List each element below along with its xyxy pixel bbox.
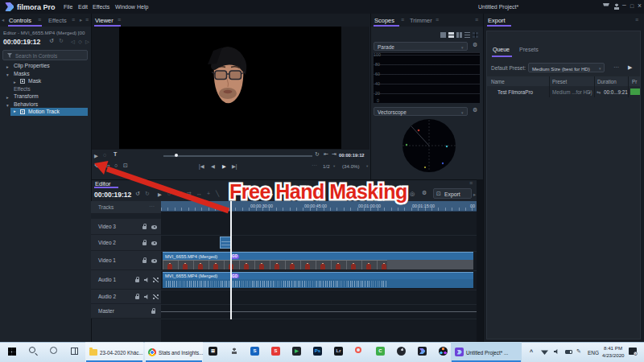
mute-speaker-icon[interactable] [144, 278, 150, 282]
scopes-tab-menu-icon[interactable]: ≡ [401, 17, 404, 23]
mark-out-icon[interactable]: ⇥ [332, 151, 336, 158]
parade-dropdown[interactable]: Parade ▾ [374, 42, 468, 51]
audio1-clip-bar[interactable]: MVI_6655.MP4 (Merged) GO [163, 272, 473, 279]
redo-icon[interactable]: ↻ [59, 38, 64, 44]
tracks-menu-icon[interactable]: ⋯ [149, 204, 155, 210]
tab-effects[interactable]: Effects [48, 17, 67, 24]
queue-row-name[interactable]: Test FilmoraPro [497, 89, 533, 95]
mask-toggle-icon[interactable] [20, 79, 25, 84]
ms-store-icon[interactable]: ⊞ [208, 347, 217, 356]
visibility-eye-icon[interactable] [151, 225, 157, 229]
language-indicator[interactable]: ENG [588, 350, 599, 356]
master-level-line[interactable] [161, 311, 477, 312]
default-preset-dropdown[interactable]: Medium Size (best for HD) ▾ [528, 63, 605, 72]
tree-arrow-icon[interactable]: ▸ [6, 64, 9, 69]
close-button[interactable]: × [638, 2, 642, 10]
viewer-more-icon[interactable]: ⋯ [312, 162, 317, 169]
controls-timecode[interactable]: 00:00:19:12 [3, 38, 40, 46]
col-header-duration[interactable]: Duration [597, 79, 617, 84]
controls-tab-menu-icon[interactable]: ≡ [38, 17, 41, 23]
col-header-name[interactable]: Name [491, 79, 505, 84]
slide-tool-icon[interactable]: ↔ [196, 191, 202, 196]
tree-item-effects[interactable]: Effects [14, 86, 31, 92]
clock-time[interactable]: 8:41 PM [604, 345, 622, 351]
timeline-settings-icon[interactable]: ⚙ [422, 190, 427, 196]
keyframe-prev-icon[interactable]: ◁ [71, 39, 75, 44]
menu-file[interactable]: File [64, 4, 72, 10]
col-header-progress[interactable]: Pr [632, 79, 637, 84]
onion-skin-icon[interactable]: ◌ [103, 152, 106, 158]
editor-redo-icon[interactable]: ↻ [145, 191, 150, 197]
layout-list-icon[interactable] [464, 32, 470, 38]
ellipse-mask-icon[interactable]: ○ [114, 162, 118, 168]
tab-scopes[interactable]: Scopes [374, 17, 394, 24]
track-header-audio1[interactable]: Audio 1 [91, 270, 161, 290]
playhead[interactable] [230, 201, 232, 319]
lightroom-icon[interactable]: Lr [334, 347, 343, 356]
tree-item-transform[interactable]: Transform [14, 93, 39, 99]
track-header-audio2[interactable]: Audio 2 [91, 290, 161, 304]
panel-menu-icon[interactable]: ≡ [85, 17, 89, 23]
hand-tool-icon[interactable]: ◌ [167, 191, 171, 196]
snagit-icon[interactable]: S [271, 347, 280, 356]
export-panel-title[interactable]: Export [488, 17, 506, 24]
layout-split-icon[interactable] [456, 32, 462, 38]
filmora-taskbar-icon[interactable] [418, 347, 427, 356]
restore-button[interactable]: □ [630, 3, 634, 9]
obs-icon[interactable] [397, 347, 406, 356]
timeline-export-button[interactable]: ⊡ Export [433, 188, 472, 199]
account-icon[interactable] [613, 3, 620, 10]
tree-arrow-icon[interactable]: ▸ [6, 95, 9, 100]
lock-icon[interactable] [142, 260, 147, 263]
keyframe-add-icon[interactable]: ◇ [78, 39, 82, 44]
layout-single-icon[interactable] [440, 32, 446, 38]
taskbar-search-icon[interactable] [29, 347, 35, 353]
parade-settings-icon[interactable]: ⚙ [473, 42, 477, 48]
video1-filmstrip[interactable] [163, 260, 387, 269]
col-header-preset[interactable]: Preset [552, 79, 567, 84]
tree-item-clip-properties[interactable]: Clip Properties [14, 63, 50, 68]
viewer-play-icon[interactable]: ▶ [94, 153, 98, 158]
editor-more-icon[interactable]: ▸ [473, 191, 476, 197]
pen-tool-icon[interactable]: ╲ [216, 191, 219, 197]
taskbar-active-window[interactable]: Untitled Project* ... [451, 342, 522, 362]
scopes-panel-menu-icon[interactable]: ≡ [475, 17, 478, 23]
lock-icon[interactable] [135, 279, 139, 282]
lock-icon[interactable] [142, 226, 147, 229]
export-more-icon[interactable]: ⋯ [613, 64, 619, 71]
tray-chevron-icon[interactable]: ^ [530, 349, 533, 355]
lock-icon[interactable] [142, 242, 147, 245]
search-input[interactable] [15, 53, 85, 59]
audio-envelope-icon[interactable] [153, 294, 159, 299]
tree-item-mask[interactable]: Mask [28, 78, 41, 84]
quicktime-icon[interactable] [355, 347, 361, 353]
tabs-scroll-icon[interactable]: ▸ [80, 17, 82, 23]
menu-window[interactable]: Window [115, 4, 135, 10]
menu-effects[interactable]: Effects [93, 4, 109, 10]
frame-forward-icon[interactable]: ▶| [232, 163, 237, 169]
skype-icon[interactable]: S [250, 347, 259, 356]
tree-item-behaviors[interactable]: Behaviors [14, 101, 38, 107]
razor-tool-icon[interactable]: ▦ [177, 191, 183, 197]
export-panel-menu-icon[interactable]: ≡ [635, 17, 638, 23]
viewer-zoom-dropdown[interactable]: (34.0%) [342, 163, 360, 169]
video1-filmstrip-unrendered[interactable] [387, 260, 473, 269]
play-button-icon[interactable]: ▶ [222, 163, 226, 169]
slip-tool-icon[interactable]: ⇄ [187, 191, 192, 197]
frame-back-icon[interactable]: ◀ [211, 163, 215, 169]
visibility-eye-icon[interactable] [151, 259, 157, 263]
tab-presets[interactable]: Presets [519, 47, 539, 52]
menu-help[interactable]: Help [137, 4, 148, 10]
trimmer-tab-menu-icon[interactable]: ≡ [436, 17, 439, 23]
track-header-video1[interactable]: Video 1 [91, 251, 161, 270]
track-header-master[interactable]: Master [91, 304, 161, 319]
rectangle-mask-icon[interactable]: ▭ [105, 162, 110, 169]
tab-trimmer[interactable]: Trimmer [410, 17, 432, 24]
vectorscope-settings-icon[interactable]: ⚙ [473, 107, 477, 113]
viewer-seek-bar[interactable] [163, 155, 312, 157]
vectorscope-dropdown[interactable]: Vectorscope ▾ [374, 107, 468, 116]
voiceover-mic-icon[interactable]: ◎ [410, 191, 415, 197]
pen-icon[interactable]: ✎ [576, 348, 581, 355]
visibility-eye-icon[interactable] [151, 241, 157, 245]
start-button-icon[interactable] [8, 348, 16, 356]
